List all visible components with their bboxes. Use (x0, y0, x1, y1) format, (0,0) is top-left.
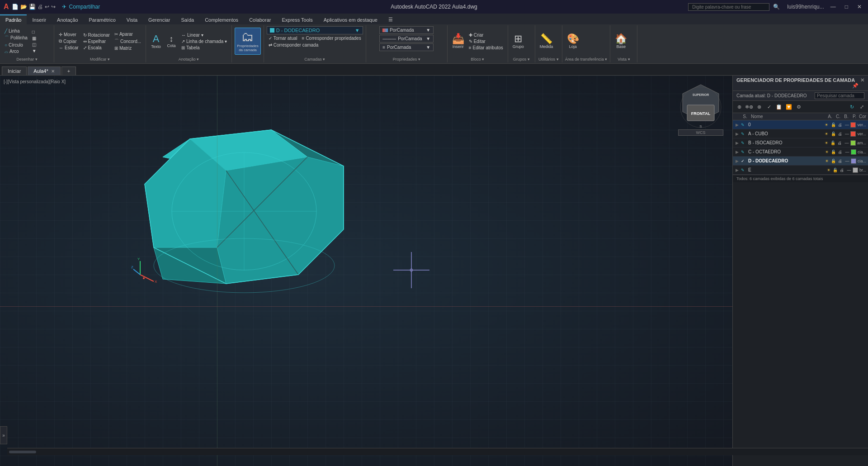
linetype-icon[interactable]: — (844, 149, 850, 155)
lock-icon[interactable]: 🔓 (830, 122, 836, 128)
grupo-button[interactable]: ⊞ Grupo (511, 33, 526, 50)
layer-row[interactable]: ▶ ✎ A - CUBO ☀ 🔓 🖨 — ver... (733, 129, 868, 138)
layer-color-a[interactable] (850, 131, 856, 137)
cor-button[interactable]: 🎨 Loja (565, 33, 581, 50)
refresh-button[interactable]: ↻ (847, 102, 856, 111)
layer-row[interactable]: ▶ ✎ B - ISOCAEDRO ☀ 🔓 🖨 — am... (733, 138, 868, 147)
maximize-button[interactable]: □ (842, 4, 851, 10)
inserir-button[interactable]: 📥 Inserir (450, 33, 466, 50)
linetype-icon[interactable]: — (846, 167, 852, 173)
print-icon[interactable]: 🖨 (837, 158, 844, 164)
criar-button[interactable]: ✚ Criar (467, 32, 505, 38)
layer-row[interactable]: ▶ ✎ 0 ☀ 🔓 🖨 — ver... (733, 120, 868, 129)
esticar-button[interactable]: ↔ Esticar (57, 45, 80, 51)
maximize-panel-button[interactable]: ⤢ (857, 102, 866, 111)
delete-layer-button[interactable]: ⊗ (755, 102, 764, 111)
propriedades-camada-button[interactable]: 🗂 Propriedadesda camada (235, 28, 261, 55)
minimize-button[interactable]: — (828, 4, 839, 10)
col-name[interactable]: Nome (749, 114, 826, 119)
texto-button[interactable]: A Texto (149, 33, 163, 50)
tab-anotacao[interactable]: Anotação (52, 14, 83, 24)
plot-icon[interactable]: 🖨 (38, 4, 43, 10)
layer-states-button[interactable]: 📋 (774, 102, 783, 111)
matriz-button[interactable]: ⊞ Matriz (113, 45, 143, 51)
tab-express[interactable]: Express Tools (276, 14, 318, 24)
new-frozen-layer-button[interactable]: ❄⊕ (745, 102, 754, 111)
print-icon[interactable]: 🖨 (839, 167, 845, 173)
tab-extra[interactable]: ☰ (383, 14, 398, 24)
layer-row[interactable]: ▶ ✓ D - DODECAEDRO ☀ 🔓 🖨 — cia... (733, 157, 868, 166)
save-icon[interactable]: 💾 (29, 4, 36, 10)
linear-button[interactable]: ↔ Linear ▾ (179, 32, 229, 38)
lock-icon[interactable]: 🔓 (830, 131, 836, 137)
set-current-layer-button[interactable]: ✓ (764, 102, 774, 111)
search-input[interactable] (688, 3, 769, 11)
sun-icon[interactable]: ☀ (826, 167, 832, 173)
print-icon[interactable]: 🖨 (837, 149, 844, 155)
circulo-button[interactable]: ○ Círculo (3, 42, 29, 48)
region-button[interactable]: ◫ (30, 42, 38, 48)
print-icon[interactable]: 🖨 (837, 140, 843, 146)
linetype-dropdown[interactable]: ——— PorCamada ▼ (379, 35, 434, 43)
layer-row[interactable]: ▶ ✎ C - OCTAEDRO ☀ 🔓 🖨 — cia... (733, 147, 868, 157)
hatch-button[interactable]: ▦ (30, 35, 38, 41)
layer-settings-button[interactable]: ⚙ (794, 102, 803, 111)
tab-vista[interactable]: Vista (121, 14, 143, 24)
linha-button[interactable]: ╱ Linha (3, 28, 29, 34)
layer-panel-close-icon[interactable]: ✕ (860, 77, 864, 83)
editar-button[interactable]: ✎ Editar (467, 38, 505, 44)
lock-icon[interactable]: 🔓 (832, 167, 839, 173)
medida-button[interactable]: 📏 Medida (538, 33, 555, 50)
tab-close-icon[interactable]: ✕ (51, 69, 55, 74)
lineweight-dropdown[interactable]: ≡ PorCamada ▼ (379, 43, 434, 51)
corresponder-camada-button[interactable]: ⇄ Corresponder camada (267, 42, 321, 48)
share-button[interactable]: Compartilhar (69, 4, 100, 10)
layer-color-b[interactable] (850, 140, 856, 146)
layer-dropdown[interactable]: D - DODECAEDRO ▼ (267, 26, 363, 34)
layer-filter-button[interactable]: 🔽 (784, 102, 793, 111)
linetype-icon[interactable]: — (844, 140, 850, 146)
base-button[interactable]: 🏠 Base (613, 33, 629, 50)
tab-aula4[interactable]: Aula4* ✕ (28, 67, 60, 75)
sun-icon[interactable]: ☀ (823, 122, 830, 128)
layer-row[interactable]: ▶ ✎ E ☀ 🔓 🖨 — br... (733, 166, 868, 175)
sun-icon[interactable]: ☀ (824, 158, 830, 164)
cota-button[interactable]: ↕ Cota (164, 34, 179, 49)
tab-parametrico[interactable]: Paramétrico (84, 14, 121, 24)
nav-cube[interactable]: SUPERIOR FRONTAL S WCS (678, 82, 723, 128)
tab-gerenciar[interactable]: Gerenciar (143, 14, 175, 24)
sun-icon[interactable]: ☀ (824, 149, 830, 155)
tab-complementos[interactable]: Complementos (199, 14, 244, 24)
espelhar-button[interactable]: ⇔ Espelhar (81, 38, 112, 44)
editar-atrib-button[interactable]: ≡ Editar atributos (467, 45, 505, 51)
new-layer-button[interactable]: ⊕ (735, 102, 744, 111)
print-icon[interactable]: 🖨 (837, 122, 843, 128)
layer-color-d[interactable] (851, 158, 856, 164)
chamada-button[interactable]: ↗ Linha de chamada ▾ (179, 38, 229, 44)
color-dropdown[interactable]: PorCamada ▼ (379, 26, 434, 34)
layer-color-c[interactable] (851, 149, 856, 155)
concord-button[interactable]: ⌒ Concord... (113, 38, 143, 45)
layer-panel-pin-icon[interactable]: 📌 (852, 83, 859, 89)
mover-button[interactable]: ✛ Mover (57, 32, 80, 38)
corresponder-props-button[interactable]: ≡ Corresponder propriedades (300, 35, 363, 41)
layer-color-e[interactable] (853, 167, 858, 173)
linetype-icon[interactable]: — (844, 158, 850, 164)
sun-icon[interactable]: ☀ (823, 131, 830, 137)
linetype-icon[interactable]: — (844, 122, 850, 128)
expand-panel-button[interactable]: » (0, 426, 7, 444)
copiar-button[interactable]: ⧉ Copiar (57, 38, 80, 44)
aparar-button[interactable]: ✂ Aparar (113, 31, 143, 37)
layer-color-0[interactable] (850, 122, 856, 128)
escala-button[interactable]: ⤢ Escala (81, 45, 112, 51)
print-icon[interactable]: 🖨 (837, 131, 843, 137)
new-icon[interactable]: 📄 (12, 4, 19, 10)
tabela-button[interactable]: ⊞ Tabela (179, 45, 229, 51)
undo-icon[interactable]: ↩ (45, 4, 49, 10)
scrollbar-thumb[interactable] (9, 451, 36, 453)
viewport[interactable]: [-][Vista personalizada][Raio X] (0, 76, 732, 466)
rect-button[interactable]: □ (30, 29, 38, 35)
lock-icon[interactable]: 🔓 (830, 149, 837, 155)
tab-inserir[interactable]: Inserir (27, 14, 52, 24)
canvas[interactable]: [-][Vista personalizada][Raio X] (0, 76, 732, 466)
